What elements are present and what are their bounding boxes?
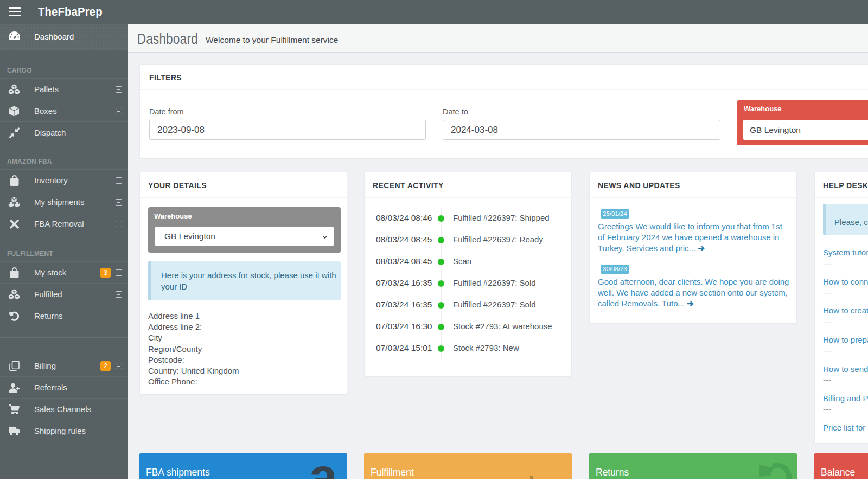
svg-text:a: a [309, 453, 338, 479]
